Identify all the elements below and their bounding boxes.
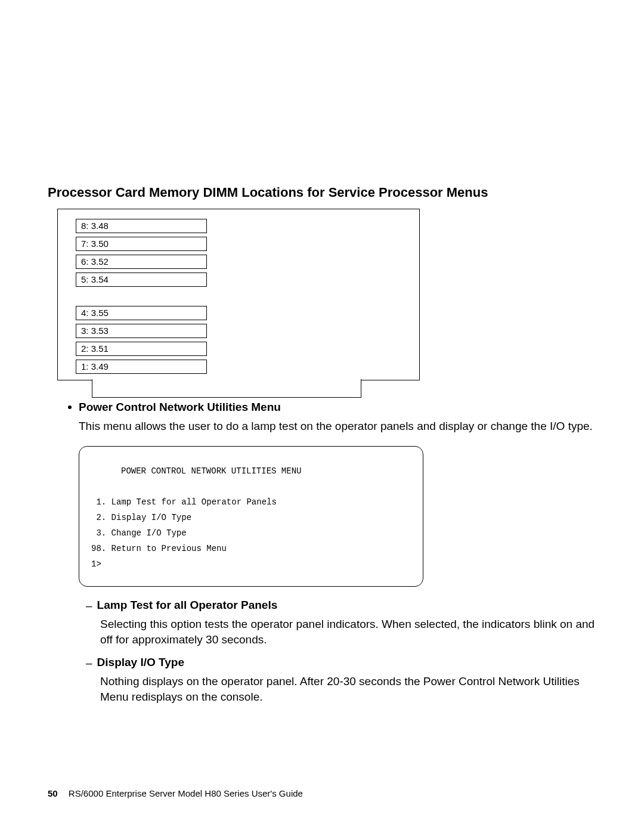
dash-icon: – (86, 656, 92, 670)
connector-edge (92, 379, 361, 398)
sub2-body: Nothing displays on the operator panel. … (100, 674, 596, 705)
terminal-line: 3. Change I/O Type (91, 528, 187, 538)
dimm-slot: 5: 3.54 (76, 272, 207, 287)
dimm-slot: 3: 3.53 (76, 324, 207, 338)
footer-title: RS/6000 Enterprise Server Model H80 Seri… (69, 788, 303, 798)
terminal-title: POWER CONTROL NETWORK UTILITIES MENU (91, 463, 411, 479)
terminal-prompt: 1> (91, 559, 101, 569)
dimm-slot: 6: 3.52 (76, 255, 207, 269)
pcn-menu-title: Power Control Network Utilities Menu (79, 401, 281, 414)
page-number: 50 (48, 788, 58, 798)
sub1-title: Lamp Test for all Operator Panels (97, 599, 278, 612)
terminal-line: 1. Lamp Test for all Operator Panels (91, 497, 277, 507)
page-footer: 50 RS/6000 Enterprise Server Model H80 S… (48, 788, 303, 798)
terminal-block: POWER CONTROL NETWORK UTILITIES MENU 1. … (79, 446, 423, 587)
bullet-icon (68, 405, 72, 409)
sub2-title: Display I/O Type (97, 656, 184, 669)
dash-icon: – (86, 599, 92, 613)
dimm-slot: 1: 3.49 (76, 360, 207, 374)
terminal-line: 98. Return to Previous Menu (91, 544, 227, 553)
terminal-line: 2. Display I/O Type (91, 513, 191, 522)
dimm-slot: 7: 3.50 (76, 237, 207, 251)
pcn-intro-text: This menu allows the user to do a lamp t… (79, 419, 596, 434)
sub1-body: Selecting this option tests the operator… (100, 617, 596, 648)
dimm-slot: 4: 3.55 (76, 306, 207, 320)
dimm-slot: 8: 3.48 (76, 219, 207, 233)
dimm-diagram: 8: 3.48 7: 3.50 6: 3.52 5: 3.54 4: 3.55 … (48, 209, 419, 380)
dimm-slot: 2: 3.51 (76, 342, 207, 356)
section-heading: Processor Card Memory DIMM Locations for… (48, 185, 596, 200)
